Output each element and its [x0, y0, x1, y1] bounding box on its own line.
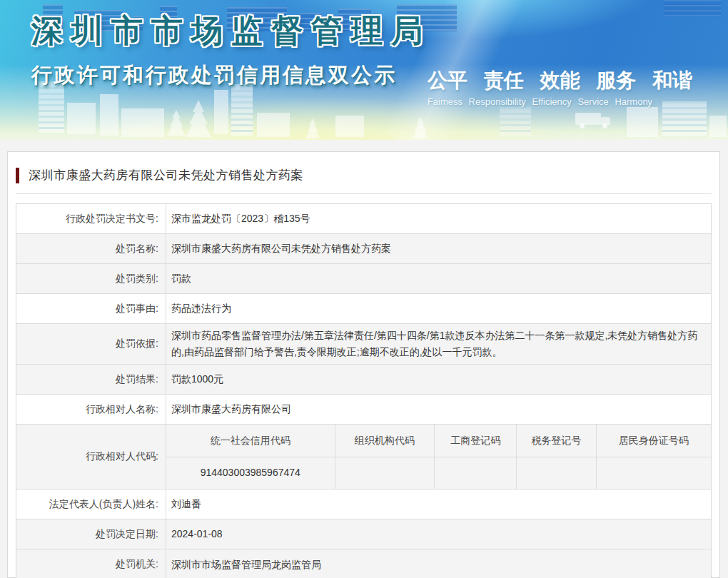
building-silhouette — [67, 103, 96, 134]
code-value-cell — [435, 457, 517, 490]
table-row: 处罚类别: 罚款 — [16, 264, 711, 294]
row-label: 行政相对人名称: — [16, 395, 166, 424]
row-value: 深圳市市场监督管理局龙岗监管局 — [166, 549, 711, 578]
building-silhouette — [627, 107, 658, 137]
building-silhouette — [709, 116, 727, 137]
site-title: 深圳市市场监督管理局 — [31, 10, 431, 52]
row-value: 罚款1000元 — [166, 365, 711, 394]
table-row: 行政处罚决定书文号: 深市监龙处罚〔2023〕稽135号 — [16, 204, 711, 234]
building-silhouette — [664, 0, 721, 17]
row-value: 深市监龙处罚〔2023〕稽135号 — [166, 204, 711, 233]
tree-icon — [413, 117, 428, 138]
title-divider — [16, 193, 712, 194]
row-value: 药品违法行为 — [166, 294, 711, 323]
row-label: 处罚机关: — [16, 549, 166, 578]
page-title: 深圳市康盛大药房有限公司未凭处方销售处方药案 — [29, 167, 303, 183]
row-label: 处罚结果: — [16, 365, 166, 394]
row-label: 处罚决定日期: — [16, 519, 166, 549]
header-banner: 深圳市市场监督管理局 行政许可和行政处罚信用信息双公示 公平 责任 效能 服务 … — [0, 0, 728, 140]
case-title-row: 深圳市康盛大药房有限公司未凭处方销售处方药案 — [8, 152, 719, 183]
row-value: 罚款 — [166, 264, 711, 293]
building-silhouette — [100, 94, 118, 136]
code-header-cell: 组织机构代码 — [335, 425, 435, 457]
slogan-english: Faimess Responsibility Efficiency Servic… — [428, 96, 692, 107]
row-value: 深圳市康盛大药房有限公司 — [166, 395, 711, 424]
row-label: 行政处罚决定书文号: — [16, 204, 166, 233]
code-header-cell: 税务登记号 — [517, 425, 596, 457]
content-panel: 深圳市康盛大药房有限公司未凭处方销售处方药案 行政处罚决定书文号: 深市监龙处罚… — [7, 151, 720, 578]
code-value-cell — [335, 457, 435, 490]
code-header-cell: 工商登记码 — [435, 425, 517, 457]
building-silhouette — [335, 116, 364, 137]
truck-icon — [575, 113, 611, 130]
row-value: 统一社会信用代码 组织机构代码 工商登记码 税务登记号 居民身份证号码 9144… — [166, 425, 711, 489]
code-value-cell — [597, 457, 711, 490]
entity-code-header-row: 统一社会信用代码 组织机构代码 工商登记码 税务登记号 居民身份证号码 — [166, 425, 711, 457]
row-label: 处罚类别: — [16, 264, 166, 293]
building-silhouette — [214, 90, 228, 134]
slogan-chinese: 公平 责任 效能 服务 和谐 — [428, 67, 692, 94]
slogan-block: 公平 责任 效能 服务 和谐 Faimess Responsibility Ef… — [428, 67, 692, 107]
row-label: 处罚名称: — [16, 234, 166, 263]
entity-code-value-row: 914403003985967474 — [166, 457, 711, 490]
tree-icon — [167, 110, 186, 136]
code-value-cell — [517, 457, 596, 490]
table-row: 处罚结果: 罚款1000元 — [16, 365, 711, 395]
row-label: 行政相对人代码: — [16, 425, 166, 489]
table-row: 处罚事由: 药品违法行为 — [16, 294, 711, 324]
table-row: 处罚名称: 深圳市康盛大药房有限公司未凭处方销售处方药案 — [16, 234, 711, 264]
title-accent-bar — [16, 168, 19, 183]
table-row: 处罚依据: 深圳市药品零售监督管理办法/第五章法律责任/第四十四条/第1款违反本… — [16, 324, 711, 365]
table-row: 处罚决定日期: 2024-01-08 — [16, 519, 711, 549]
building-silhouette — [231, 84, 253, 136]
tree-icon — [186, 100, 211, 137]
row-label: 处罚事由: — [16, 294, 166, 323]
entity-code-table: 统一社会信用代码 组织机构代码 工商登记码 税务登记号 居民身份证号码 9144… — [166, 425, 711, 489]
building-silhouette — [257, 113, 290, 137]
building-silhouette — [500, 107, 531, 136]
penalty-table: 行政处罚决定书文号: 深市监龙处罚〔2023〕稽135号 处罚名称: 深圳市康盛… — [16, 203, 712, 578]
banner-text-block: 深圳市市场监督管理局 行政许可和行政处罚信用信息双公示 — [31, 10, 431, 90]
building-silhouette — [121, 108, 164, 137]
table-row: 处罚机关: 深圳市市场监督管理局龙岗监管局 — [16, 549, 711, 578]
code-header-cell: 统一社会信用代码 — [166, 425, 335, 457]
row-value: 深圳市康盛大药房有限公司未凭处方销售处方药案 — [166, 234, 711, 263]
row-value: 2024-01-08 — [166, 519, 711, 549]
row-label: 法定代表人(负责人)姓名: — [16, 490, 166, 519]
code-value-cell: 914403003985967474 — [166, 457, 335, 490]
site-subtitle: 行政许可和行政处罚信用信息双公示 — [31, 61, 431, 90]
table-row: 行政相对人名称: 深圳市康盛大药房有限公司 — [16, 395, 711, 425]
code-header-cell: 居民身份证号码 — [597, 425, 711, 457]
table-row: 法定代表人(负责人)姓名: 刘迪番 — [16, 490, 711, 519]
row-label: 处罚依据: — [16, 324, 166, 364]
row-value: 刘迪番 — [166, 490, 711, 519]
table-row-entity-codes: 行政相对人代码: 统一社会信用代码 组织机构代码 工商登记码 税务登记号 居民身… — [16, 425, 711, 490]
tree-icon — [305, 118, 320, 138]
row-value: 深圳市药品零售监督管理办法/第五章法律责任/第四十四条/第1款违反本办法第二十一… — [166, 324, 711, 364]
